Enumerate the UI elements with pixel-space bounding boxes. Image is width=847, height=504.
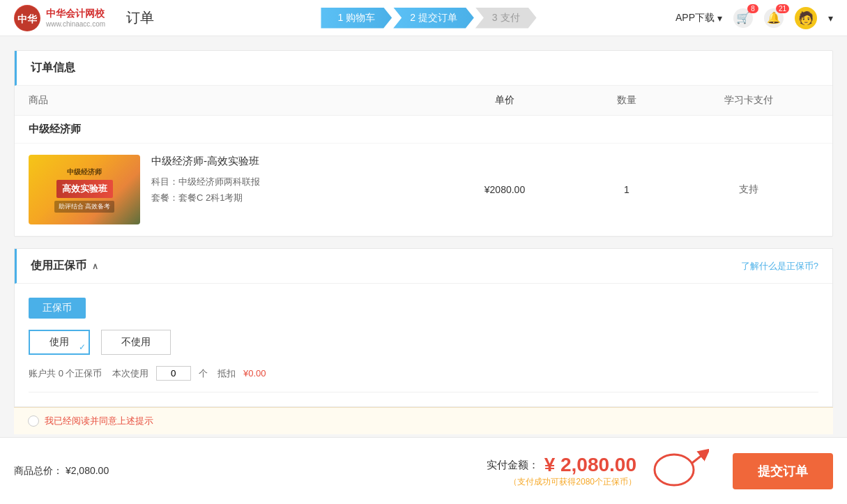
header: 中华 中华会计网校 www.chinaacc.com 订单 1 购物车 2 提交… — [0, 0, 847, 36]
chevron-up-icon[interactable]: ∧ — [92, 261, 98, 271]
col-qty-header: 数量 — [574, 94, 679, 107]
cart-icon-wrapper[interactable]: 🛒 8 — [733, 8, 753, 28]
submit-order-button[interactable]: 提交订单 — [733, 453, 833, 489]
check-icon: ✓ — [79, 342, 86, 352]
product-category: 中级经济师 — [15, 116, 832, 144]
balance-text: 账户共 — [29, 367, 56, 380]
agreement-text: 我已经阅读并同意上述提示 — [45, 415, 153, 427]
product-image-sub: 助评结合 高效备考 — [54, 201, 115, 213]
actual-value: ¥ 2,080.00 — [544, 454, 636, 476]
actual-amount: 实付金额： ¥ 2,080.00 （支付成功可获得2080个正保币） — [487, 454, 636, 488]
page-title: 订单 — [126, 8, 154, 27]
product-price: ¥2080.00 — [435, 184, 574, 195]
logo-company-name: 中华会计网校 — [46, 8, 105, 20]
use-coins-button[interactable]: 使用 ✓ — [29, 330, 90, 355]
no-use-coins-button[interactable]: 不使用 — [101, 330, 171, 355]
agreement-checkbox[interactable] — [28, 415, 39, 427]
use-label: 本次使用 — [112, 367, 148, 380]
product-info: 中级经济师 高效实验班 助评结合 高效备考 中级经济师-高效实验班 科目：中级经… — [29, 155, 435, 224]
product-payment-support: 支持 — [679, 183, 818, 196]
step-1: 1 购物车 — [321, 8, 392, 29]
logo-icon: 中华 — [14, 5, 40, 31]
table-row: 中级经济师 高效实验班 助评结合 高效备考 中级经济师-高效实验班 科目：中级经… — [15, 144, 832, 236]
coins-info-link[interactable]: 了解什么是正保币? — [741, 260, 818, 273]
logo-text: 中华会计网校 www.chinaacc.com — [46, 8, 105, 28]
order-section-header: 订单信息 — [15, 51, 832, 86]
coins-title: 使用正保币 — [31, 259, 86, 273]
amount-label-row: 实付金额： ¥ 2,080.00 — [487, 454, 636, 476]
product-details: 中级经济师-高效实验班 科目：中级经济师两科联报 套餐：套餐C 2科1考期 — [151, 155, 435, 206]
notification-badge: 21 — [776, 4, 789, 13]
coins-tab: 正保币 — [29, 298, 86, 319]
step-3: 3 支付 — [475, 8, 537, 29]
balance-value: 0 — [59, 368, 63, 379]
main-content: 订单信息 商品 单价 数量 学习卡支付 中级经济师 中级经济师 高效实验班 助评… — [0, 36, 847, 504]
arrow-annotation — [653, 449, 709, 493]
cart-badge: 8 — [747, 4, 758, 13]
discount-label: 抵扣 — [218, 367, 236, 380]
notification-icon-wrapper[interactable]: 🔔 21 — [764, 8, 784, 28]
product-image-title: 中级经济师 — [67, 167, 102, 177]
steps-nav: 1 购物车 2 提交订单 3 支付 — [182, 8, 676, 29]
coins-use-input[interactable] — [156, 366, 191, 381]
col-product-header: 商品 — [29, 94, 435, 107]
chevron-down-icon: ▾ — [717, 13, 722, 24]
product-image-banner: 高效实验班 — [56, 180, 113, 198]
col-pay-header: 学习卡支付 — [679, 94, 818, 107]
coins-section: 使用正保币 ∧ 了解什么是正保币? 正保币 使用 ✓ 不使用 账户共 0 个正保… — [14, 248, 833, 407]
footer-bar: 商品总价： ¥2,080.00 实付金额： ¥ 2,080.00 （支付成功可获… — [0, 437, 847, 504]
coins-section-header: 使用正保币 ∧ 了解什么是正保币? — [15, 249, 832, 284]
avatar[interactable]: 🧑 — [795, 7, 817, 29]
arrow-icon — [653, 449, 709, 491]
svg-text:中华: 中华 — [17, 13, 38, 24]
product-name: 中级经济师-高效实验班 — [151, 155, 435, 168]
svg-line-3 — [692, 452, 705, 463]
coins-info: 账户共 0 个正保币 本次使用 个 抵扣 ¥0.00 — [29, 366, 818, 392]
logo-area: 中华 中华会计网校 www.chinaacc.com — [14, 5, 105, 31]
svg-point-2 — [655, 455, 694, 485]
coins-header-left: 使用正保币 ∧ — [31, 259, 98, 273]
step-2: 2 提交订单 — [393, 8, 474, 29]
logo-url: www.chinaacc.com — [46, 20, 105, 28]
chevron-down-icon-avatar: ▾ — [828, 13, 833, 24]
footer-right: 实付金额： ¥ 2,080.00 （支付成功可获得2080个正保币） 提交订单 — [487, 449, 833, 493]
total-price: 商品总价： ¥2,080.00 — [14, 465, 109, 478]
discount-value: ¥0.00 — [243, 368, 266, 379]
amount-note: （支付成功可获得2080个正保币） — [509, 476, 636, 488]
agreement-bar: 我已经阅读并同意上述提示 — [14, 407, 833, 434]
product-image: 中级经济师 高效实验班 助评结合 高效备考 — [29, 155, 140, 224]
use-unit: 个 — [199, 367, 208, 380]
actual-label: 实付金额： — [487, 459, 539, 472]
product-subject: 科目：中级经济师两科联报 套餐：套餐C 2科1考期 — [151, 174, 435, 206]
coins-body: 正保币 使用 ✓ 不使用 账户共 0 个正保币 本次使用 个 抵扣 — [15, 284, 832, 406]
total-value: ¥2,080.00 — [66, 465, 109, 476]
app-download-button[interactable]: APP下载 ▾ — [676, 12, 722, 24]
order-info-section: 订单信息 商品 单价 数量 学习卡支付 中级经济师 中级经济师 高效实验班 助评… — [14, 50, 833, 237]
header-right: APP下载 ▾ 🛒 8 🔔 21 🧑 ▾ — [676, 7, 833, 29]
col-price-header: 单价 — [435, 94, 574, 107]
table-header: 商品 单价 数量 学习卡支付 — [15, 86, 832, 116]
total-label: 商品总价： — [14, 465, 63, 476]
product-quantity: 1 — [574, 184, 679, 195]
balance-unit: 个正保币 — [66, 367, 102, 380]
coins-options: 使用 ✓ 不使用 — [29, 330, 818, 355]
